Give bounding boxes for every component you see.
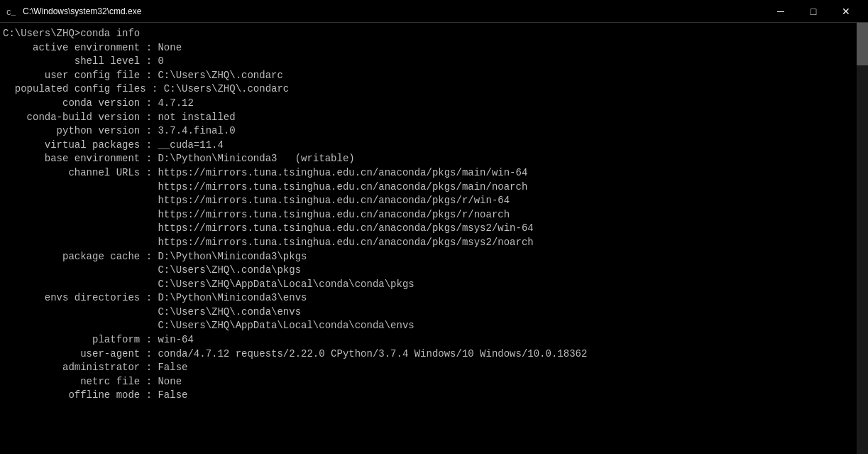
window-controls: ─ □ ✕: [764, 0, 862, 23]
close-button[interactable]: ✕: [830, 0, 862, 23]
terminal-line: envs directories : D:\Python\Miniconda3\…: [3, 291, 854, 306]
terminal-line: user-agent : conda/4.7.12 requests/2.22.…: [3, 347, 854, 362]
terminal-line: offline mode : False: [3, 389, 854, 403]
terminal-line: https://mirrors.tuna.tsinghua.edu.cn/ana…: [3, 222, 854, 236]
terminal-line: channel URLs : https://mirrors.tuna.tsin…: [3, 166, 854, 180]
terminal-line: administrator : False: [3, 361, 854, 375]
terminal-line: python version : 3.7.4.final.0: [3, 124, 854, 139]
terminal-line: C:\Users\ZHQ\.conda\pkgs: [3, 264, 854, 278]
minimize-button[interactable]: ─: [764, 0, 797, 23]
terminal-line: virtual packages : __cuda=11.4: [3, 139, 854, 153]
command-line: C:\Users\ZHQ>conda info: [3, 27, 854, 41]
terminal-line: C:\Users\ZHQ\.conda\envs: [3, 306, 854, 320]
terminal-line: C:\Users\ZHQ\AppData\Local\conda\conda\e…: [3, 319, 854, 333]
scrollbar-thumb[interactable]: [857, 23, 868, 65]
terminal-output[interactable]: C:\Users\ZHQ>conda info active environme…: [0, 23, 857, 454]
terminal-line: platform : win-64: [3, 333, 854, 347]
terminal-line: conda-build version : not installed: [3, 111, 854, 125]
terminal-line: populated config files : C:\Users\ZHQ\.c…: [3, 82, 854, 97]
terminal-line: netrc file : None: [3, 375, 854, 389]
terminal-line: https://mirrors.tuna.tsinghua.edu.cn/ana…: [3, 180, 854, 195]
maximize-button[interactable]: □: [797, 0, 830, 23]
title-bar: C_ C:\Windows\system32\cmd.exe ─ □ ✕: [0, 0, 868, 23]
terminal-line: user config file : C:\Users\ZHQ\.condarc: [3, 69, 854, 83]
terminal-line: https://mirrors.tuna.tsinghua.edu.cn/ana…: [3, 194, 854, 208]
content-area: C:\Users\ZHQ>conda info active environme…: [0, 23, 868, 454]
terminal-line: https://mirrors.tuna.tsinghua.edu.cn/ana…: [3, 208, 854, 222]
scrollbar-track[interactable]: [857, 23, 868, 454]
terminal-line: shell level : 0: [3, 55, 854, 69]
cmd-window: C_ C:\Windows\system32\cmd.exe ─ □ ✕ C:\…: [0, 0, 868, 454]
terminal-line: https://mirrors.tuna.tsinghua.edu.cn/ana…: [3, 236, 854, 250]
terminal-line: C:\Users\ZHQ\AppData\Local\conda\conda\p…: [3, 278, 854, 292]
terminal-line: base environment : D:\Python\Miniconda3 …: [3, 152, 854, 166]
scrollbar[interactable]: [857, 23, 868, 454]
cmd-icon: C_: [6, 6, 17, 17]
window-title: C:\Windows\system32\cmd.exe: [23, 6, 764, 16]
svg-text:C_: C_: [6, 9, 16, 17]
terminal-line: conda version : 4.7.12: [3, 97, 854, 111]
terminal-line: active environment : None: [3, 41, 854, 55]
terminal-line: package cache : D:\Python\Miniconda3\pkg…: [3, 250, 854, 264]
